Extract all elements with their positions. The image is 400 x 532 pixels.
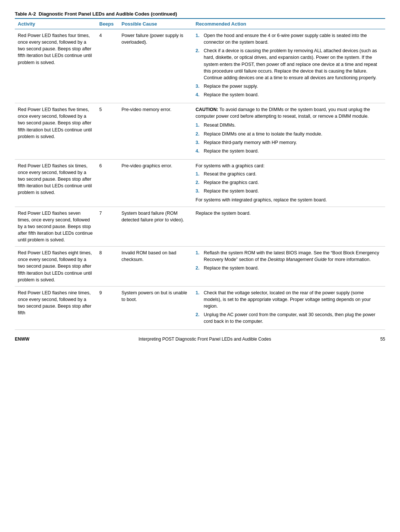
table-title: Table A-2 Diagnostic Front Panel LEDs an… [15,11,385,18]
action-text: Open the hood and ensure the 4 or 6-wire… [204,32,382,46]
cell-cause: Power failure (power supply is overloade… [119,29,193,103]
action-num: 4. [196,91,202,98]
action-text: Check that the voltage selector, located… [204,290,382,310]
col-header-action: Recommended Action [193,19,385,29]
cell-action: CAUTION: To avoid damage to the DIMMs or… [193,103,385,160]
action-item: 1.Reseat DIMMs. [196,122,382,128]
action-text: Replace DIMMs one at a time to isolate t… [204,131,322,137]
action-text: Replace the system board. [204,148,259,154]
col-header-beeps: Beeps [96,19,119,29]
action-text: Check if a device is causing the problem… [204,47,382,81]
simple-action: Replace the system board. [196,210,382,217]
action-num: 2. [196,179,202,186]
cell-beeps: 8 [96,247,119,287]
table-row: Red Power LED flashes five times, once e… [15,103,385,160]
action-num: 1. [196,171,202,177]
cell-action: 1.Check that the voltage selector, locat… [193,286,385,330]
action-num: 3. [196,83,202,90]
post-text: For systems with integrated graphics, re… [196,197,382,203]
table-title-text: Diagnostic Front Panel LEDs and Audible … [39,11,177,17]
page-container: Table A-2 Diagnostic Front Panel LEDs an… [15,11,385,342]
cell-action: 1.Open the hood and ensure the 4 or 6-wi… [193,29,385,103]
cell-activity: Red Power LED flashes five times, once e… [15,103,96,160]
action-item: 1.Reflash the system ROM with the latest… [196,250,382,263]
action-num: 2. [196,311,202,318]
cell-beeps: 4 [96,29,119,103]
cell-activity: Red Power LED flashes six times, once ev… [15,159,96,207]
action-num: 3. [196,139,202,146]
table-row: Red Power LED flashes four times, once e… [15,29,385,103]
action-num: 2. [196,131,202,137]
action-num: 4. [196,148,202,154]
action-item: 2.Replace the graphics card. [196,179,382,186]
cell-beeps: 5 [96,103,119,160]
action-num: 2. [196,265,202,271]
action-item: 1.Check that the voltage selector, locat… [196,290,382,310]
footer-left: ENWW [15,337,29,342]
action-num: 3. [196,188,202,194]
col-header-activity: Activity [15,19,96,29]
action-num: 2. [196,47,202,54]
cell-cause: Pre-video graphics error. [119,159,193,207]
cell-action: For systems with a graphics card:1.Resea… [193,159,385,207]
main-table: Activity Beeps Possible Cause Recommende… [15,18,385,330]
action-list: 1.Open the hood and ensure the 4 or 6-wi… [196,32,382,98]
table-row: Red Power LED flashes nine times, once e… [15,286,385,330]
action-item: 2.Check if a device is causing the probl… [196,47,382,81]
cell-activity: Red Power LED flashes eight times, once … [15,247,96,287]
cell-action: 1.Reflash the system ROM with the latest… [193,247,385,287]
action-item: 2.Unplug the AC power cord from the comp… [196,311,382,325]
action-text: Replace the graphics card. [204,179,259,186]
action-text: Replace the power supply. [204,83,258,90]
cell-beeps: 9 [96,286,119,330]
action-text: Replace the system board. [204,91,259,98]
action-num: 1. [196,122,202,128]
table-row: Red Power LED flashes six times, once ev… [15,159,385,207]
table-row: Red Power LED flashes seven times, once … [15,207,385,247]
page-footer: ENWW Interpreting POST Diagnostic Front … [15,337,385,342]
cell-cause: System powers on but is unable to boot. [119,286,193,330]
action-item: 2.Replace the system board. [196,265,382,271]
caution-label: CAUTION: [196,107,220,112]
action-text: Replace third-party memory with HP memor… [204,139,297,146]
action-text: Replace the system board. [204,265,259,271]
action-text: Unplug the AC power cord from the comput… [204,311,382,325]
cell-activity: Red Power LED flashes seven times, once … [15,207,96,247]
action-item: 4.Replace the system board. [196,148,382,154]
table-row: Red Power LED flashes eight times, once … [15,247,385,287]
action-text: Reseat DIMMs. [204,122,236,128]
action-text: Replace the system board. [204,188,259,194]
action-item: 4.Replace the system board. [196,91,382,98]
table-header-row: Activity Beeps Possible Cause Recommende… [15,19,385,29]
table-label: Table A-2 [15,11,36,17]
action-item: 1.Reseat the graphics card. [196,171,382,177]
action-item: 2.Replace DIMMs one at a time to isolate… [196,131,382,137]
cell-cause: Invalid ROM based on bad checksum. [119,247,193,287]
action-list: 1.Reseat DIMMs.2.Replace DIMMs one at a … [196,122,382,154]
action-num: 1. [196,250,202,256]
action-item: 3.Replace the power supply. [196,83,382,90]
action-text: Reseat the graphics card. [204,171,256,177]
action-item: 1.Open the hood and ensure the 4 or 6-wi… [196,32,382,46]
cell-beeps: 6 [96,159,119,207]
col-header-cause: Possible Cause [119,19,193,29]
cell-beeps: 7 [96,207,119,247]
cell-activity: Red Power LED flashes nine times, once e… [15,286,96,330]
cell-cause: System board failure (ROM detected failu… [119,207,193,247]
pre-text: For systems with a graphics card: [196,163,382,169]
cell-activity: Red Power LED flashes four times, once e… [15,29,96,103]
action-list: 1.Reflash the system ROM with the latest… [196,250,382,271]
action-num: 1. [196,32,202,39]
cell-action: Replace the system board. [193,207,385,247]
action-num: 1. [196,290,202,296]
caution-text: CAUTION: To avoid damage to the DIMMs or… [196,106,382,120]
action-item: 3.Replace the system board. [196,188,382,194]
action-item: 3.Replace third-party memory with HP mem… [196,139,382,146]
action-list: 1.Check that the voltage selector, locat… [196,290,382,325]
footer-center: Interpreting POST Diagnostic Front Panel… [139,337,271,342]
action-list: 1.Reseat the graphics card.2.Replace the… [196,171,382,194]
action-text: Reflash the system ROM with the latest B… [204,250,382,263]
footer-right: 55 [380,337,385,342]
cell-cause: Pre-video memory error. [119,103,193,160]
